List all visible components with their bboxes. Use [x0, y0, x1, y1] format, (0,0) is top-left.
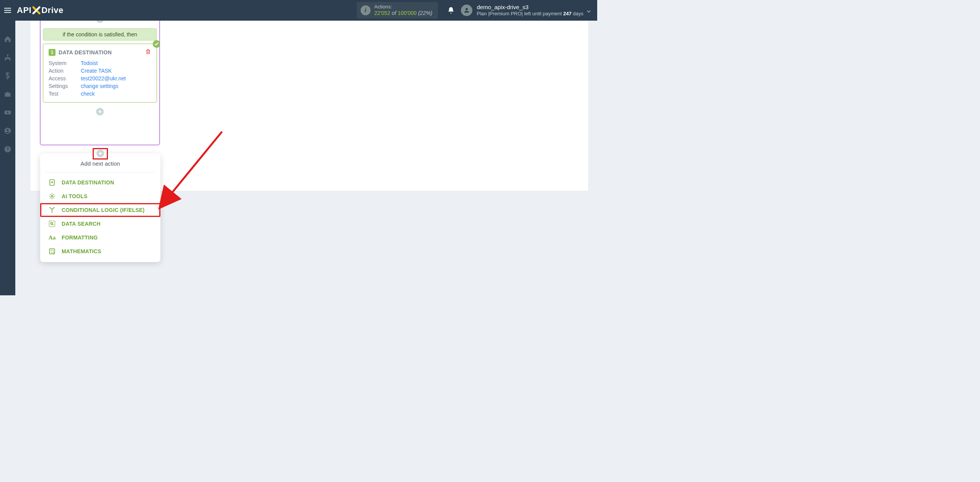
actions-values: 22'052 of 100'000 (22%)	[374, 10, 433, 16]
svg-point-4	[7, 129, 9, 131]
home-icon	[4, 35, 11, 43]
add-next-action-trigger[interactable]	[96, 150, 104, 157]
youtube-icon	[4, 109, 11, 116]
left-sidebar	[0, 21, 15, 295]
menu-item-mathematics[interactable]: MATHEMATICS	[40, 244, 160, 258]
system-value[interactable]: Todoist	[81, 60, 151, 66]
popup-divider	[46, 172, 155, 173]
chevron-down-icon	[586, 8, 592, 15]
popup-title: Add next action	[40, 160, 160, 172]
actions-used: 22'052	[374, 10, 390, 16]
hamburger-icon	[3, 6, 12, 15]
plus-icon	[98, 110, 102, 114]
help-icon	[4, 145, 11, 153]
nav-account[interactable]	[0, 123, 15, 138]
hamburger-menu-button[interactable]	[0, 0, 15, 21]
plan-days-suffix: days	[572, 11, 583, 16]
delete-card-button[interactable]	[145, 49, 151, 56]
nav-flows[interactable]	[0, 50, 15, 65]
action-value[interactable]: Create TASK	[81, 68, 151, 74]
actions-pct: (22%)	[416, 10, 432, 16]
nav-home[interactable]	[0, 31, 15, 47]
trash-icon	[145, 49, 151, 55]
popup-menu: DATA DESTINATION AI TOOLS CONDITIONAL LO…	[40, 176, 160, 258]
access-value[interactable]: test20022@ukr.net	[81, 75, 151, 81]
svg-rect-8	[49, 221, 55, 227]
account-icon	[4, 127, 11, 135]
menu-item-formatting[interactable]: Aa FORMATTING	[40, 231, 160, 244]
add-next-action-popup: Add next action DATA DESTINATION AI TOOL…	[40, 153, 160, 262]
nav-billing[interactable]	[0, 68, 15, 83]
search-icon	[48, 220, 56, 228]
actions-max: 100'000	[398, 10, 416, 16]
app-header: API Drive i Actions: 22'052 of 100'000 (…	[0, 0, 597, 21]
plus-icon	[98, 151, 102, 155]
nav-briefcase[interactable]	[0, 86, 15, 102]
math-icon	[48, 247, 56, 256]
notifications-button[interactable]	[443, 7, 459, 14]
menu-item-label: MATHEMATICS	[62, 248, 101, 254]
card-fields: System Todoist Action Create TASK Access…	[49, 60, 151, 97]
menu-item-label: FORMATTING	[62, 234, 98, 241]
user-icon	[463, 7, 470, 14]
nav-help[interactable]	[0, 142, 15, 157]
plan-days-num: 247	[563, 11, 572, 16]
menu-item-conditional-logic[interactable]: CONDITIONAL LOGIC (IF/ELSE)	[40, 203, 160, 217]
user-name: demo_apix-drive_s3	[477, 4, 583, 11]
condition-satisfied-bar: if the condition is satisfied, then	[43, 28, 157, 41]
bell-icon	[447, 7, 455, 14]
destination-icon	[48, 178, 56, 187]
logo-text-drive: Drive	[41, 5, 64, 15]
menu-item-data-destination[interactable]: DATA DESTINATION	[40, 176, 160, 189]
nav-youtube[interactable]	[0, 105, 15, 120]
test-value[interactable]: check	[81, 91, 151, 97]
svg-rect-10	[49, 249, 54, 254]
info-icon: i	[361, 5, 371, 15]
branch-icon	[48, 206, 56, 214]
settings-value[interactable]: change settings	[81, 83, 151, 89]
formatting-icon: Aa	[48, 233, 56, 242]
ai-icon	[48, 192, 56, 200]
menu-item-label: AI TOOLS	[62, 193, 87, 199]
conditional-block: Test check if the condition is satisfied…	[40, 0, 160, 145]
card-title: DATA DESTINATION	[59, 49, 112, 55]
menu-item-data-search[interactable]: DATA SEARCH	[40, 217, 160, 231]
data-destination-card[interactable]: 1 DATA DESTINATION System Todoist Action…	[43, 44, 157, 103]
svg-point-9	[51, 223, 53, 225]
settings-label: Settings	[49, 83, 81, 89]
menu-item-label: DATA DESTINATION	[62, 179, 114, 186]
sitemap-icon	[4, 54, 11, 61]
dollar-icon	[4, 72, 11, 80]
action-label: Action	[49, 68, 81, 74]
main-area: Test check if the condition is satisfied…	[15, 21, 597, 295]
plan-middle: | left until payment	[521, 11, 563, 16]
brand-logo[interactable]: API Drive	[17, 5, 64, 15]
logo-x-icon	[32, 6, 41, 15]
user-plan-line: Plan |Premium PRO| left until payment 24…	[477, 11, 583, 17]
actions-of: of	[390, 10, 397, 16]
avatar	[461, 5, 472, 16]
svg-point-7	[51, 195, 53, 197]
card-number-badge: 1	[49, 49, 56, 56]
access-label: Access	[49, 75, 81, 81]
briefcase-icon	[4, 90, 11, 98]
menu-item-label: CONDITIONAL LOGIC (IF/ELSE)	[62, 207, 145, 213]
menu-item-label: DATA SEARCH	[62, 221, 101, 227]
actions-usage-box[interactable]: i Actions: 22'052 of 100'000 (22%)	[357, 2, 438, 18]
test-label: Test	[49, 91, 81, 97]
user-menu[interactable]: demo_apix-drive_s3 Plan |Premium PRO| le…	[461, 4, 597, 17]
actions-label: Actions:	[374, 4, 433, 10]
menu-item-ai-tools[interactable]: AI TOOLS	[40, 189, 160, 203]
plan-prefix: Plan |	[477, 11, 490, 16]
card-status-check	[153, 40, 160, 48]
add-inner-bottom-button[interactable]	[96, 108, 104, 116]
user-menu-caret[interactable]	[586, 8, 592, 16]
check-icon	[154, 42, 159, 46]
plan-name: Premium PRO	[490, 11, 522, 16]
system-label: System	[49, 60, 81, 66]
logo-text-api: API	[17, 5, 31, 15]
